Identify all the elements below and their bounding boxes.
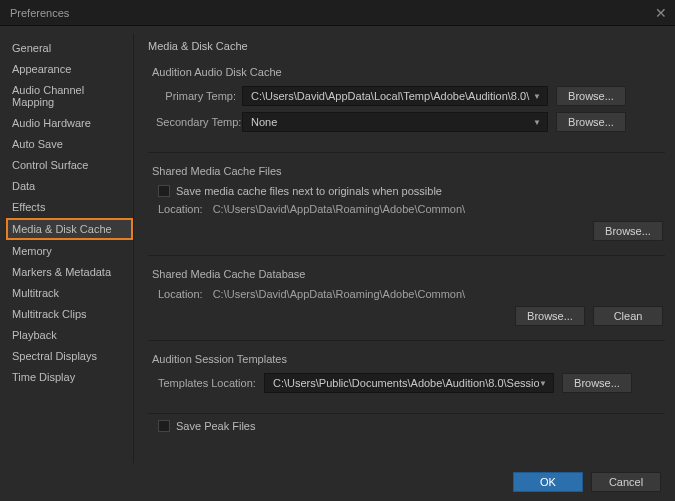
sidebar-item-time-display[interactable]: Time Display xyxy=(6,367,133,387)
chevron-down-icon: ▼ xyxy=(533,92,541,101)
group-title-shared-db: Shared Media Cache Database xyxy=(148,268,665,280)
main-panel: Media & Disk Cache Audition Audio Disk C… xyxy=(134,34,669,463)
templates-location-value: C:\Users\Public\Documents\Adobe\Audition… xyxy=(273,377,539,389)
group-title-templates: Audition Session Templates xyxy=(148,353,665,365)
group-title-shared-files: Shared Media Cache Files xyxy=(148,165,665,177)
page-title: Media & Disk Cache xyxy=(148,40,665,52)
sidebar-item-appearance[interactable]: Appearance xyxy=(6,59,133,79)
primary-temp-value: C:\Users\David\AppData\Local\Temp\Adobe\… xyxy=(251,90,529,102)
footer: OK Cancel xyxy=(0,463,675,501)
group-templates: Audition Session Templates Templates Loc… xyxy=(148,345,665,414)
save-peak-files-label: Save Peak Files xyxy=(176,420,255,432)
chevron-down-icon: ▼ xyxy=(533,118,541,127)
templates-location-label: Templates Location: xyxy=(156,377,264,389)
browse-shared-files-button[interactable]: Browse... xyxy=(593,221,663,241)
preferences-window: Preferences ✕ General Appearance Audio C… xyxy=(0,0,675,501)
sidebar-item-markers-metadata[interactable]: Markers & Metadata xyxy=(6,262,133,282)
sidebar-item-memory[interactable]: Memory xyxy=(6,241,133,261)
primary-temp-dropdown[interactable]: C:\Users\David\AppData\Local\Temp\Adobe\… xyxy=(242,86,548,106)
browse-templates-button[interactable]: Browse... xyxy=(562,373,632,393)
sidebar-item-spectral-displays[interactable]: Spectral Displays xyxy=(6,346,133,366)
sidebar-item-playback[interactable]: Playback xyxy=(6,325,133,345)
shared-files-location-value: C:\Users\David\AppData\Roaming\Adobe\Com… xyxy=(209,203,466,215)
sidebar-item-control-surface[interactable]: Control Surface xyxy=(6,155,133,175)
group-shared-db: Shared Media Cache Database Location: C:… xyxy=(148,260,665,341)
group-audio-disk-cache: Audition Audio Disk Cache Primary Temp: … xyxy=(148,58,665,153)
sidebar-item-effects[interactable]: Effects xyxy=(6,197,133,217)
save-next-to-originals-label: Save media cache files next to originals… xyxy=(176,185,442,197)
sidebar-item-multitrack[interactable]: Multitrack xyxy=(6,283,133,303)
sidebar-item-auto-save[interactable]: Auto Save xyxy=(6,134,133,154)
group-title-audio-cache: Audition Audio Disk Cache xyxy=(148,66,665,78)
group-shared-files: Shared Media Cache Files Save media cach… xyxy=(148,157,665,256)
chevron-down-icon: ▼ xyxy=(539,379,547,388)
secondary-temp-label: Secondary Temp: xyxy=(156,116,242,128)
sidebar-item-audio-channel-mapping[interactable]: Audio Channel Mapping xyxy=(6,80,133,112)
clean-button[interactable]: Clean xyxy=(593,306,663,326)
cancel-button[interactable]: Cancel xyxy=(591,472,661,492)
sidebar-item-multitrack-clips[interactable]: Multitrack Clips xyxy=(6,304,133,324)
browse-secondary-button[interactable]: Browse... xyxy=(556,112,626,132)
sidebar-item-data[interactable]: Data xyxy=(6,176,133,196)
titlebar: Preferences ✕ xyxy=(0,0,675,26)
close-icon[interactable]: ✕ xyxy=(655,5,667,21)
sidebar: General Appearance Audio Channel Mapping… xyxy=(6,34,134,463)
secondary-temp-value: None xyxy=(251,116,277,128)
templates-location-dropdown[interactable]: C:\Users\Public\Documents\Adobe\Audition… xyxy=(264,373,554,393)
ok-button[interactable]: OK xyxy=(513,472,583,492)
secondary-temp-dropdown[interactable]: None ▼ xyxy=(242,112,548,132)
sidebar-item-media-disk-cache[interactable]: Media & Disk Cache xyxy=(6,218,133,240)
save-peak-files-checkbox[interactable] xyxy=(158,420,170,432)
browse-shared-db-button[interactable]: Browse... xyxy=(515,306,585,326)
browse-primary-button[interactable]: Browse... xyxy=(556,86,626,106)
primary-temp-label: Primary Temp: xyxy=(156,90,242,102)
sidebar-item-audio-hardware[interactable]: Audio Hardware xyxy=(6,113,133,133)
shared-files-location-label: Location: xyxy=(156,203,209,215)
sidebar-item-general[interactable]: General xyxy=(6,38,133,58)
window-body: General Appearance Audio Channel Mapping… xyxy=(0,26,675,463)
shared-db-location-value: C:\Users\David\AppData\Roaming\Adobe\Com… xyxy=(209,288,466,300)
shared-db-location-label: Location: xyxy=(156,288,209,300)
group-save-peak: Save Peak Files xyxy=(148,418,665,452)
window-title: Preferences xyxy=(10,7,69,19)
save-next-to-originals-checkbox[interactable] xyxy=(158,185,170,197)
